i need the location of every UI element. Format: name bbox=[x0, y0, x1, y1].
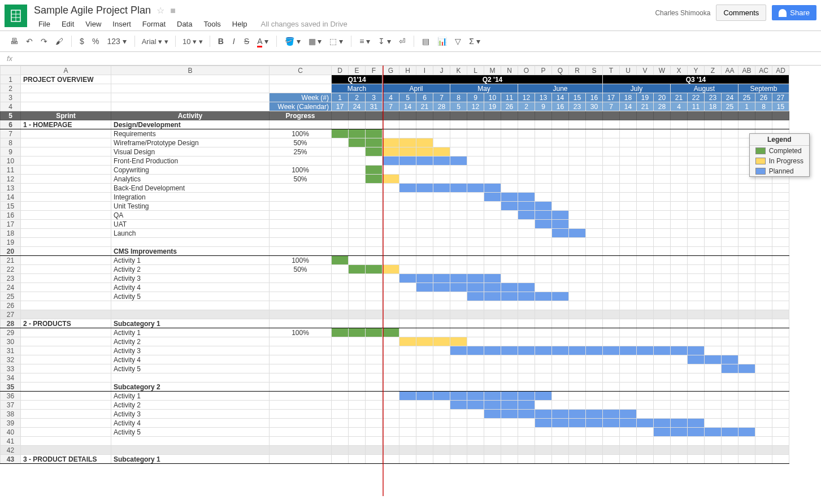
gantt-cell[interactable] bbox=[637, 419, 654, 428]
gantt-cell[interactable] bbox=[772, 184, 789, 193]
gantt-cell[interactable] bbox=[569, 247, 586, 256]
gantt-cell[interactable] bbox=[467, 446, 484, 455]
gantt-cell[interactable] bbox=[366, 310, 383, 319]
gantt-cell[interactable] bbox=[620, 364, 637, 373]
gantt-cell[interactable] bbox=[433, 428, 450, 437]
gantt-cell[interactable] bbox=[671, 166, 688, 175]
gantt-cell[interactable] bbox=[416, 319, 433, 328]
gantt-cell[interactable] bbox=[772, 229, 789, 238]
gantt-cell[interactable] bbox=[332, 283, 349, 292]
gantt-cell[interactable] bbox=[722, 392, 739, 401]
gantt-cell[interactable] bbox=[654, 138, 671, 147]
gantt-cell[interactable] bbox=[637, 410, 654, 419]
gantt-cell[interactable] bbox=[586, 355, 603, 364]
menu-file[interactable]: File bbox=[34, 18, 55, 31]
gantt-cell[interactable] bbox=[654, 120, 671, 129]
row-header[interactable]: 6 bbox=[1, 120, 21, 129]
gantt-cell[interactable] bbox=[654, 202, 671, 211]
gantt-cell[interactable] bbox=[501, 274, 518, 283]
gantt-cell[interactable] bbox=[332, 274, 349, 283]
gantt-cell[interactable] bbox=[416, 211, 433, 220]
gantt-cell[interactable] bbox=[755, 392, 772, 401]
progress-cell[interactable] bbox=[270, 211, 332, 220]
gantt-cell[interactable] bbox=[450, 401, 467, 410]
gantt-cell[interactable] bbox=[416, 437, 433, 446]
activity-cell[interactable]: Activity 3 bbox=[111, 274, 270, 283]
gantt-cell[interactable] bbox=[586, 410, 603, 419]
gantt-cell[interactable] bbox=[552, 120, 569, 129]
gantt-cell[interactable] bbox=[366, 383, 383, 392]
gantt-cell[interactable] bbox=[416, 283, 433, 292]
gantt-cell[interactable] bbox=[772, 120, 789, 129]
progress-cell[interactable] bbox=[270, 310, 332, 319]
week-calendar[interactable]: 9 bbox=[535, 102, 552, 111]
gantt-cell[interactable] bbox=[569, 455, 586, 464]
gantt-cell[interactable] bbox=[535, 202, 552, 211]
sprint-cell[interactable]: 1 - HOMEPAGE bbox=[21, 120, 111, 129]
gantt-cell[interactable] bbox=[484, 129, 501, 138]
gantt-cell[interactable] bbox=[586, 229, 603, 238]
gantt-cell[interactable] bbox=[383, 265, 399, 274]
gantt-cell[interactable] bbox=[518, 455, 535, 464]
gantt-cell[interactable] bbox=[552, 419, 569, 428]
gantt-cell[interactable] bbox=[637, 346, 654, 355]
gantt-cell[interactable] bbox=[620, 410, 637, 419]
gantt-cell[interactable] bbox=[467, 120, 484, 129]
gantt-cell[interactable] bbox=[349, 355, 366, 364]
gantt-cell[interactable] bbox=[739, 392, 755, 401]
gantt-cell[interactable] bbox=[518, 193, 535, 202]
gantt-cell[interactable] bbox=[450, 364, 467, 373]
sprint-cell[interactable] bbox=[21, 346, 111, 355]
gantt-cell[interactable] bbox=[637, 274, 654, 283]
gantt-cell[interactable] bbox=[349, 346, 366, 355]
week-number[interactable]: 23 bbox=[705, 93, 722, 102]
gantt-cell[interactable] bbox=[349, 229, 366, 238]
gantt-cell[interactable] bbox=[535, 184, 552, 193]
gantt-cell[interactable] bbox=[383, 301, 399, 310]
gantt-cell[interactable] bbox=[450, 373, 467, 383]
gantt-cell[interactable] bbox=[399, 265, 416, 274]
week-calendar[interactable]: 21 bbox=[416, 102, 433, 111]
progress-cell[interactable] bbox=[270, 292, 332, 301]
gantt-cell[interactable] bbox=[739, 364, 755, 373]
gantt-cell[interactable] bbox=[739, 238, 755, 247]
gantt-cell[interactable] bbox=[654, 184, 671, 193]
progress-cell[interactable]: 100% bbox=[270, 256, 332, 265]
gantt-cell[interactable] bbox=[349, 175, 366, 184]
progress-cell[interactable] bbox=[270, 193, 332, 202]
gantt-cell[interactable] bbox=[383, 346, 399, 355]
gantt-cell[interactable] bbox=[501, 256, 518, 265]
row-header[interactable]: 39 bbox=[1, 419, 21, 428]
gantt-cell[interactable] bbox=[535, 355, 552, 364]
gantt-cell[interactable] bbox=[654, 373, 671, 383]
gantt-cell[interactable] bbox=[671, 283, 688, 292]
gantt-cell[interactable] bbox=[383, 355, 399, 364]
gantt-cell[interactable] bbox=[450, 229, 467, 238]
gantt-cell[interactable] bbox=[349, 383, 366, 392]
gantt-cell[interactable] bbox=[467, 419, 484, 428]
gantt-cell[interactable] bbox=[416, 220, 433, 229]
gantt-cell[interactable] bbox=[637, 166, 654, 175]
gantt-cell[interactable] bbox=[467, 229, 484, 238]
gantt-cell[interactable] bbox=[467, 220, 484, 229]
gantt-cell[interactable] bbox=[416, 446, 433, 455]
gantt-cell[interactable] bbox=[739, 455, 755, 464]
col-header[interactable]: A bbox=[21, 66, 111, 75]
gantt-cell[interactable] bbox=[332, 392, 349, 401]
gantt-cell[interactable] bbox=[399, 120, 416, 129]
gantt-cell[interactable] bbox=[535, 419, 552, 428]
gantt-cell[interactable] bbox=[755, 337, 772, 346]
font-select[interactable]: Arial ▾ bbox=[140, 36, 171, 47]
gantt-cell[interactable] bbox=[484, 401, 501, 410]
gantt-cell[interactable] bbox=[518, 328, 535, 337]
gantt-cell[interactable] bbox=[739, 383, 755, 392]
gantt-cell[interactable] bbox=[501, 310, 518, 319]
week-number[interactable]: 1 bbox=[332, 93, 349, 102]
gantt-cell[interactable] bbox=[399, 337, 416, 346]
gantt-cell[interactable] bbox=[467, 364, 484, 373]
gantt-cell[interactable] bbox=[349, 392, 366, 401]
gantt-cell[interactable] bbox=[654, 193, 671, 202]
gantt-cell[interactable] bbox=[637, 193, 654, 202]
menu-view[interactable]: View bbox=[81, 18, 106, 31]
gantt-cell[interactable] bbox=[603, 292, 620, 301]
